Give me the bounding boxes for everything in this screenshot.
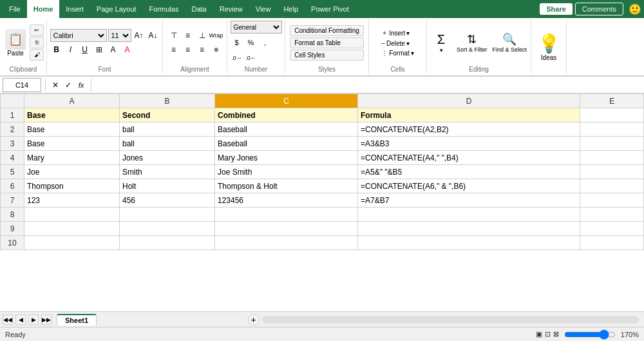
sheet-tab-sheet1[interactable]: Sheet1 — [57, 314, 97, 326]
cell-E1[interactable] — [580, 108, 644, 122]
view-break-icon[interactable]: ⊠ — [553, 330, 559, 338]
cell-A3[interactable]: Base — [24, 137, 120, 151]
tab-file[interactable]: File — [3, 0, 27, 18]
row-header-1[interactable]: 1 — [1, 108, 24, 122]
cell-E8[interactable] — [580, 208, 644, 222]
cell-D2[interactable]: =CONCATENATE(A2,B2) — [358, 122, 580, 137]
cell-D4[interactable]: =CONCATENATE(A4," ",B4) — [358, 151, 580, 165]
formula-input[interactable] — [95, 78, 641, 92]
percent-button[interactable]: $ — [231, 36, 243, 49]
view-normal-icon[interactable]: ▣ — [536, 330, 542, 338]
cell-A9[interactable] — [24, 222, 120, 236]
cell-A8[interactable] — [24, 208, 120, 222]
cell-E3[interactable] — [580, 137, 644, 151]
sort-filter-button[interactable]: ⇅ Sort & Filter — [455, 31, 489, 54]
cell-A5[interactable]: Joe — [24, 165, 120, 179]
row-header-2[interactable]: 2 — [1, 122, 24, 137]
cell-D7[interactable]: =A7&B7 — [358, 193, 580, 208]
cell-B7[interactable]: 456 — [120, 193, 215, 208]
cell-D5[interactable]: =A5&" "&B5 — [358, 165, 580, 179]
cell-A4[interactable]: Mary — [24, 151, 120, 165]
cell-D3[interactable]: =A3&B3 — [358, 137, 580, 151]
cell-E5[interactable] — [580, 165, 644, 179]
fill-color-button[interactable]: A — [107, 43, 120, 56]
cell-E2[interactable] — [580, 122, 644, 137]
cell-B6[interactable]: Holt — [120, 179, 215, 193]
cell-C6[interactable]: Thompson & Holt — [215, 179, 358, 193]
number-format-select[interactable]: General — [231, 21, 282, 34]
copy-button[interactable]: ⎘ — [30, 37, 44, 48]
sheet-nav-next[interactable]: ▶ — [28, 315, 39, 325]
insert-button[interactable]: ＋ Insert ▾ — [379, 28, 417, 38]
col-header-b[interactable]: B — [120, 94, 215, 108]
font-shrink-button[interactable]: A↓ — [147, 29, 160, 42]
cell-A1[interactable]: Base — [24, 108, 120, 122]
cell-E6[interactable] — [580, 179, 644, 193]
sheet-nav-last[interactable]: ▶▶ — [41, 315, 52, 325]
cell-A2[interactable]: Base — [24, 122, 120, 137]
share-button[interactable]: Share — [540, 3, 573, 15]
increase-decimal-button[interactable]: .0→ — [231, 52, 243, 64]
cell-B3[interactable]: ball — [120, 137, 215, 151]
cell-E9[interactable] — [580, 222, 644, 236]
merge-center-button[interactable]: ⊕ — [210, 43, 223, 56]
cell-B5[interactable]: Smith — [120, 165, 215, 179]
tab-home[interactable]: Home — [27, 0, 60, 18]
decrease-decimal-button[interactable]: .0← — [245, 52, 258, 64]
cell-B1[interactable]: Second — [120, 108, 215, 122]
col-header-c[interactable]: C — [215, 94, 358, 108]
cell-B8[interactable] — [120, 208, 215, 222]
row-header-10[interactable]: 10 — [1, 236, 24, 250]
align-left-button[interactable]: ≡ — [167, 43, 180, 56]
wrap-text-button[interactable]: Wrap — [210, 29, 223, 42]
cell-C4[interactable]: Mary Jones — [215, 151, 358, 165]
cell-E7[interactable] — [580, 193, 644, 208]
align-top-button[interactable]: ⊤ — [167, 29, 180, 42]
ideas-group[interactable]: 💡 Ideas — [531, 19, 567, 74]
row-header-6[interactable]: 6 — [1, 179, 24, 193]
cell-E10[interactable] — [580, 236, 644, 250]
row-header-7[interactable]: 7 — [1, 193, 24, 208]
cut-button[interactable]: ✂ — [30, 24, 44, 36]
cell-E4[interactable] — [580, 151, 644, 165]
font-color-button[interactable]: A — [121, 43, 134, 56]
cell-A10[interactable] — [24, 236, 120, 250]
cell-D9[interactable] — [358, 222, 580, 236]
font-size-select[interactable]: 11 — [108, 29, 131, 42]
align-middle-button[interactable]: ≡ — [182, 29, 194, 42]
paste-button[interactable]: 📋 Paste — [3, 28, 28, 58]
zoom-slider[interactable] — [564, 329, 616, 340]
italic-button[interactable]: I — [64, 43, 77, 56]
tab-data[interactable]: Data — [185, 0, 213, 18]
cell-D6[interactable]: =CONCATENATE(A6," & ",B6) — [358, 179, 580, 193]
view-layout-icon[interactable]: ⊡ — [545, 330, 551, 338]
col-header-d[interactable]: D — [358, 94, 580, 108]
comma-button[interactable]: % — [245, 36, 258, 49]
cell-C10[interactable] — [215, 236, 358, 250]
sheet-nav-first[interactable]: ◀◀ — [3, 315, 13, 325]
number-comma-button[interactable]: , — [259, 36, 272, 49]
cell-B9[interactable] — [120, 222, 215, 236]
row-header-9[interactable]: 9 — [1, 222, 24, 236]
font-grow-button[interactable]: A↑ — [133, 29, 146, 42]
cell-C3[interactable]: Baseball — [215, 137, 358, 151]
format-painter-button[interactable]: 🖌 — [30, 49, 44, 61]
row-header-3[interactable]: 3 — [1, 137, 24, 151]
cell-D1[interactable]: Formula — [358, 108, 580, 122]
cell-A7[interactable]: 123 — [24, 193, 120, 208]
tab-view[interactable]: View — [249, 0, 278, 18]
cancel-formula-button[interactable]: ✕ — [50, 79, 61, 91]
sheet-nav-prev[interactable]: ◀ — [15, 315, 26, 325]
underline-button[interactable]: U — [79, 43, 91, 56]
cell-C5[interactable]: Joe Smith — [215, 165, 358, 179]
format-as-table-button[interactable]: Format as Table — [290, 37, 364, 48]
align-right-button[interactable]: ≡ — [196, 43, 209, 56]
confirm-formula-button[interactable]: ✓ — [62, 79, 74, 91]
cell-C2[interactable]: Baseball — [215, 122, 358, 137]
cell-B2[interactable]: ball — [120, 122, 215, 137]
font-name-select[interactable]: Calibri — [50, 29, 107, 42]
border-button[interactable]: ⊞ — [93, 43, 106, 56]
row-header-8[interactable]: 8 — [1, 208, 24, 222]
cell-D10[interactable] — [358, 236, 580, 250]
bold-button[interactable]: B — [50, 43, 63, 56]
